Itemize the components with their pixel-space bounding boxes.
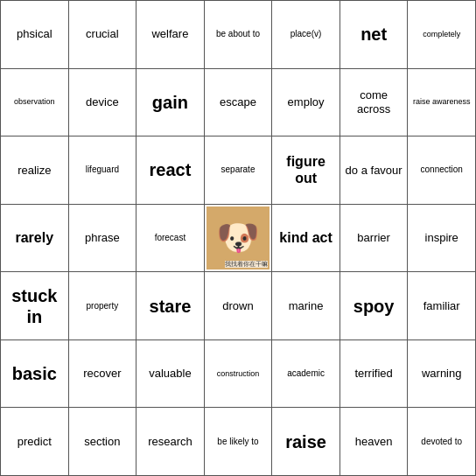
bingo-cell-16: react: [136, 136, 205, 205]
bingo-cell-14: realize: [1, 136, 69, 205]
bingo-cell-46: raise: [272, 408, 340, 476]
dog-image: 我找着你在干嘛: [206, 206, 270, 270]
cell-text-10: escape: [220, 95, 256, 109]
bingo-cell-45: be likely to: [205, 408, 273, 476]
bingo-cell-44: research: [136, 408, 205, 476]
bingo-cell-34: familiar: [408, 272, 476, 340]
bingo-cell-38: construction: [205, 340, 273, 409]
bingo-cell-9: gain: [136, 69, 205, 137]
cell-text-46: raise: [285, 431, 326, 452]
cell-text-29: property: [87, 301, 119, 312]
cell-text-30: stare: [150, 296, 192, 317]
cell-text-7: observation: [14, 97, 55, 107]
bingo-cell-6: completely: [408, 1, 476, 69]
cell-text-1: crucial: [86, 27, 119, 41]
cell-text-12: come across: [342, 88, 406, 116]
cell-text-31: drown: [222, 299, 253, 313]
cell-text-0: phsical: [17, 27, 52, 41]
cell-text-27: inspire: [425, 231, 458, 245]
bingo-cell-36: recover: [69, 340, 137, 409]
bingo-cell-40: terrified: [340, 340, 409, 409]
bingo-board: phsicalcrucialwelfarebe about toplace(v)…: [0, 0, 476, 476]
cell-text-8: device: [86, 95, 119, 109]
cell-text-14: realize: [18, 164, 51, 178]
bingo-cell-13: raise awareness: [408, 69, 476, 137]
cell-text-37: valuable: [149, 367, 191, 381]
bingo-cell-10: escape: [205, 69, 273, 137]
bingo-cell-43: section: [69, 408, 137, 476]
cell-text-20: connection: [421, 164, 463, 175]
cell-text-32: marine: [289, 299, 324, 313]
bingo-cell-24: 我找着你在干嘛: [205, 205, 273, 273]
cell-text-21: rarely: [15, 229, 53, 246]
bingo-cell-25: kind act: [272, 205, 340, 273]
bingo-cell-20: connection: [408, 136, 476, 205]
bingo-cell-19: do a favour: [340, 136, 409, 205]
cell-text-36: recover: [83, 367, 121, 381]
cell-text-17: separate: [221, 164, 256, 175]
cell-text-33: spoy: [354, 296, 395, 317]
cell-text-16: react: [150, 159, 192, 180]
bingo-cell-8: device: [69, 69, 137, 137]
cell-text-38: construction: [217, 369, 260, 379]
bingo-cell-5: net: [340, 1, 409, 69]
cell-text-6: completely: [423, 30, 460, 39]
cell-text-43: section: [84, 435, 120, 449]
bingo-cell-4: place(v): [272, 1, 340, 69]
cell-text-19: do a favour: [346, 164, 402, 178]
cell-text-34: familiar: [424, 299, 460, 313]
cell-text-3: be about to: [216, 29, 260, 39]
bingo-cell-31: drown: [205, 272, 273, 340]
cell-text-9: gain: [152, 92, 188, 113]
bingo-cell-41: warning: [408, 340, 476, 409]
cell-text-39: academic: [287, 368, 325, 379]
bingo-cell-26: barrier: [340, 205, 409, 273]
cell-text-47: heaven: [355, 435, 393, 449]
bingo-cell-21: rarely: [1, 205, 69, 273]
cell-text-11: employ: [288, 95, 325, 109]
bingo-cell-1: crucial: [69, 1, 137, 69]
bingo-cell-3: be about to: [205, 1, 273, 69]
bingo-cell-17: separate: [205, 136, 273, 205]
bingo-cell-28: stuck in: [1, 272, 69, 340]
bingo-cell-23: forecast: [136, 205, 205, 273]
cell-text-41: warning: [422, 367, 462, 381]
cell-text-25: kind act: [279, 229, 332, 246]
cell-text-2: welfare: [151, 27, 188, 41]
bingo-cell-37: valuable: [136, 340, 205, 409]
cell-text-15: lifeguard: [86, 164, 119, 175]
cell-text-18: figure out: [274, 153, 338, 186]
cell-text-26: barrier: [357, 231, 390, 245]
bingo-cell-18: figure out: [272, 136, 340, 205]
bingo-cell-7: observation: [1, 69, 69, 137]
cell-text-42: predict: [18, 435, 52, 449]
bingo-cell-12: come across: [340, 69, 409, 137]
cell-text-28: stuck in: [3, 285, 66, 327]
cell-text-13: raise awareness: [413, 97, 471, 107]
bingo-cell-15: lifeguard: [69, 136, 137, 205]
bingo-cell-2: welfare: [136, 1, 205, 69]
bingo-cell-29: property: [69, 272, 137, 340]
cell-text-45: be likely to: [217, 437, 258, 447]
cell-text-44: research: [148, 435, 192, 449]
bingo-cell-47: heaven: [340, 408, 409, 476]
bingo-cell-35: basic: [1, 340, 69, 409]
bingo-cell-0: phsical: [1, 1, 69, 69]
bingo-cell-30: stare: [136, 272, 205, 340]
bingo-cell-33: spoy: [340, 272, 409, 340]
cell-text-35: basic: [12, 363, 57, 384]
bingo-cell-11: employ: [272, 69, 340, 137]
cell-text-22: phrase: [85, 231, 120, 245]
bingo-cell-32: marine: [272, 272, 340, 340]
bingo-cell-48: devoted to: [408, 408, 476, 476]
bingo-cell-42: predict: [1, 408, 69, 476]
cell-text-4: place(v): [290, 29, 322, 39]
cell-text-5: net: [360, 24, 387, 45]
cell-text-23: forecast: [155, 233, 186, 243]
cell-text-40: terrified: [354, 367, 392, 381]
bingo-cell-39: academic: [272, 340, 340, 409]
cell-text-48: devoted to: [421, 437, 462, 447]
bingo-cell-27: inspire: [408, 205, 476, 273]
bingo-cell-22: phrase: [69, 205, 137, 273]
